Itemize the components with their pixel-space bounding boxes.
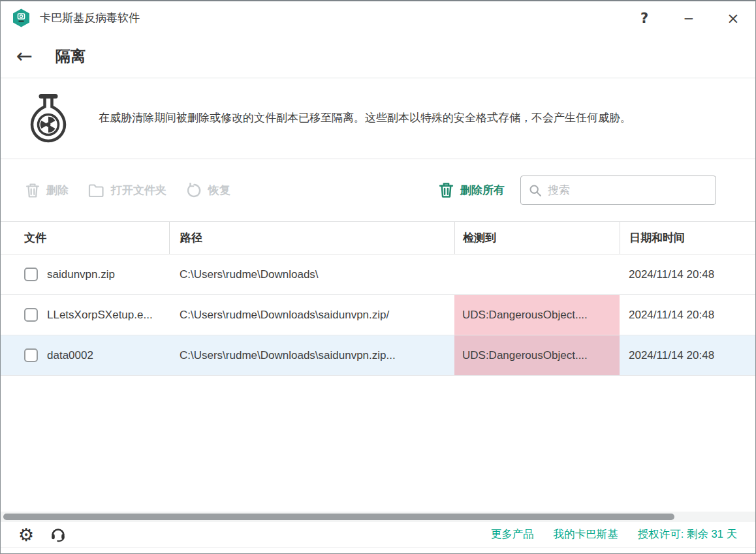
kaspersky-logo-icon [12, 8, 30, 27]
horizontal-scrollbar-thumb[interactable] [3, 514, 674, 520]
path-cell: C:\Users\rudme\Downloads\saidunvpn.zip..… [169, 335, 454, 375]
bottom-strip [1, 547, 755, 553]
search-box [520, 176, 716, 205]
trash-icon [439, 182, 454, 198]
delete-button[interactable]: 删除 [25, 183, 69, 198]
row-checkbox[interactable] [24, 308, 38, 322]
info-section: 在威胁清除期间被删除或修改的文件副本已移至隔离。这些副本以特殊的安全格式存储，不… [1, 78, 755, 159]
restore-icon [186, 183, 202, 198]
my-kaspersky-link[interactable]: 我的卡巴斯基 [554, 527, 618, 542]
table-row[interactable]: saidunvpn.zip C:\Users\rudme\Downloads\ … [1, 254, 755, 295]
column-header-datetime[interactable]: 日期和时间 [620, 222, 755, 254]
delete-all-label: 删除所有 [460, 183, 505, 198]
search-input[interactable] [548, 184, 709, 197]
detection-cell: UDS:DangerousObject.... [454, 335, 620, 375]
page-header: ← 隔离 [1, 35, 755, 78]
row-checkbox[interactable] [24, 268, 38, 281]
footer-bar: ⚙ 更多产品 我的卡巴斯基 授权许可: 剩余 31 天 [1, 522, 755, 547]
table-row[interactable]: data0002 C:\Users\rudme\Downloads\saidun… [1, 335, 755, 376]
restore-button[interactable]: 恢复 [186, 183, 230, 198]
datetime-cell: 2024/11/14 20:48 [620, 295, 755, 335]
back-button[interactable]: ← [16, 46, 45, 66]
file-cell: saidunvpn.zip [1, 254, 169, 294]
folder-icon [88, 183, 104, 198]
table-empty-area [1, 376, 755, 512]
trash-icon [25, 183, 40, 198]
delete-label: 删除 [46, 183, 69, 198]
kaspersky-window: 卡巴斯基反病毒软件 ? − × ← 隔离 在威胁清除期间被删除或修改的文件副本已… [0, 0, 756, 554]
close-button[interactable]: × [711, 1, 755, 35]
headset-icon [50, 526, 67, 543]
page-title: 隔离 [55, 46, 86, 67]
file-cell: LLetsXorpSXetup.e... [1, 295, 169, 335]
datetime-cell: 2024/11/14 20:48 [620, 335, 755, 375]
row-checkbox[interactable] [24, 348, 38, 362]
open-folder-button[interactable]: 打开文件夹 [88, 183, 166, 198]
file-cell: data0002 [1, 335, 169, 375]
datetime-cell: 2024/11/14 20:48 [620, 254, 755, 294]
toolbar: 删除 打开文件夹 恢复 删除所有 [1, 159, 755, 221]
detection-cell [454, 254, 620, 294]
restore-label: 恢复 [208, 183, 230, 198]
file-name: data0002 [47, 349, 93, 362]
help-button[interactable]: ? [622, 1, 667, 35]
support-button[interactable] [48, 525, 68, 544]
column-header-detected[interactable]: 检测到 [454, 222, 620, 254]
file-name: LLetsXorpSXetup.e... [47, 309, 153, 322]
quarantine-description: 在威胁清除期间被删除或修改的文件副本已移至隔离。这些副本以特殊的安全格式存储，不… [99, 110, 631, 127]
column-header-path[interactable]: 路径 [169, 222, 454, 254]
search-icon [529, 184, 542, 197]
minimize-button[interactable]: − [667, 1, 711, 35]
path-cell: C:\Users\rudme\Downloads\ [169, 254, 454, 294]
horizontal-scrollbar-track[interactable] [1, 512, 755, 522]
more-products-link[interactable]: 更多产品 [491, 527, 534, 542]
settings-button[interactable]: ⚙ [16, 525, 36, 544]
path-cell: C:\Users\rudme\Downloads\saidunvpn.zip/ [169, 295, 454, 335]
title-bar: 卡巴斯基反病毒软件 ? − × [1, 1, 755, 35]
quarantine-flask-icon [27, 93, 70, 145]
open-folder-label: 打开文件夹 [111, 183, 166, 198]
gear-icon: ⚙ [18, 526, 34, 544]
column-header-file[interactable]: 文件 [1, 230, 169, 245]
delete-all-button[interactable]: 删除所有 [439, 182, 505, 198]
app-title: 卡巴斯基反病毒软件 [40, 10, 140, 25]
table-header: 文件 路径 检测到 日期和时间 [1, 221, 755, 254]
table-row[interactable]: LLetsXorpSXetup.e... C:\Users\rudme\Down… [1, 295, 755, 335]
license-link[interactable]: 授权许可: 剩余 31 天 [638, 527, 737, 542]
detection-cell: UDS:DangerousObject.... [454, 295, 620, 335]
file-name: saidunvpn.zip [47, 268, 115, 281]
